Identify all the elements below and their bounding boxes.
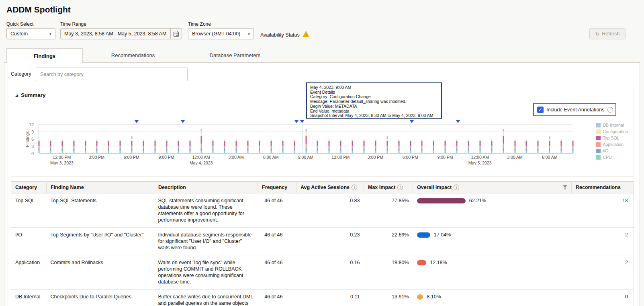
recommendations-count[interactable]: 2 [572, 228, 634, 255]
summary-title: Summary [21, 92, 46, 98]
recommendations-count: 0 [572, 290, 634, 306]
max-impact: 77.85% [364, 193, 413, 228]
chart-bar [50, 139, 51, 153]
chart-bar-segment [479, 151, 480, 153]
filter-icon[interactable] [563, 185, 567, 190]
include-event-annotations-checkbox[interactable]: ✓ [537, 107, 544, 113]
info-icon[interactable]: i [352, 185, 357, 190]
chart-bar [526, 139, 527, 153]
chart-bar-segment [386, 141, 388, 146]
time-range-input[interactable]: May 3, 2023, 8:58 AM - May 5, 2023, 8:58… [60, 28, 182, 39]
x-date-label: May 3, 2023 [50, 160, 74, 165]
tooltip-line-4: Begin Value: METADATA [310, 104, 438, 109]
chart-bar [282, 139, 283, 153]
chart-bar-segment [386, 151, 388, 153]
chart-bar [73, 139, 74, 153]
max-impact: 22.69% [364, 228, 413, 255]
chevron-down-icon: ▾ [245, 32, 250, 36]
chart-bar-segment [317, 151, 318, 153]
event-annotation-marker[interactable] [456, 120, 460, 123]
legend-item-application: Application [596, 142, 628, 147]
chart-bar [363, 139, 364, 153]
overall-impact-bar [417, 294, 423, 300]
y-tick-label: 12 [29, 122, 34, 127]
chart-bar-segment [538, 151, 539, 153]
column-header-category: Category [11, 182, 47, 193]
x-tick-label: 9:00 PM [158, 155, 174, 160]
column-header-max-impact: Max Impacti [364, 182, 413, 193]
finding-name: Checkpoints Due to Parallel Queries [47, 290, 154, 306]
chart-bar-segment [421, 141, 423, 146]
chart-bar [386, 136, 388, 153]
chart-bar-segment [294, 151, 295, 153]
chart-bar [503, 129, 504, 153]
findings-table-body: Top SQLTop SQL StatementsSQL statements … [11, 193, 634, 306]
legend-swatch [596, 142, 601, 147]
chart-bar-segment [468, 141, 469, 146]
y-axis-ticks: 036912 [26, 125, 36, 154]
table-row: I/OTop Segments by "User I/O" and "Clust… [11, 228, 634, 255]
finding-description: Individual database segments responsible… [154, 228, 258, 255]
chart-bar [398, 139, 399, 153]
x-tick-label: 3:00 AM [228, 155, 244, 160]
chart-bar-segment [352, 151, 353, 153]
availability-status: Availability Status ! [260, 31, 309, 39]
x-date-label: May 4, 2023 [190, 160, 213, 165]
event-annotation-marker[interactable] [181, 120, 185, 123]
collapse-triangle-icon[interactable]: ◢ [15, 93, 18, 97]
tooltip-line-0: May 4, 2023, 9:00 AM [310, 85, 438, 90]
time-zone-dropdown[interactable]: Browser (GMT-04:00) ▾ [188, 28, 254, 39]
overall-impact-cell: 12.18% [413, 255, 572, 290]
chart-bar-segment [166, 141, 167, 146]
event-annotation-marker[interactable] [300, 120, 304, 123]
chart-bar [213, 139, 214, 153]
recommendations-count[interactable]: 2 [572, 255, 634, 290]
chart-bar-segment [259, 141, 260, 146]
chart-bar-segment [236, 151, 237, 153]
chart-bar [143, 139, 144, 153]
findings-table-header-row: CategoryFinding NameDescriptionFrequency… [11, 182, 634, 193]
avg-active-sessions: 0.11 [296, 290, 364, 306]
chart-bar [61, 139, 63, 153]
event-annotation-marker[interactable] [135, 120, 139, 123]
chart-bar-segment [503, 144, 504, 148]
chart-bar-segment [39, 151, 40, 153]
column-label: Overall Impact [417, 185, 452, 190]
event-annotation-marker[interactable] [294, 120, 298, 123]
chart-bar-segment [503, 136, 504, 144]
info-icon[interactable]: i [607, 107, 613, 113]
category-search-input[interactable] [36, 68, 188, 81]
quick-select-dropdown[interactable]: Custom ▾ [6, 28, 55, 39]
finding-frequency: 46 of 46 [258, 290, 296, 306]
refresh-button[interactable]: ↻ Refresh [589, 28, 626, 39]
info-icon[interactable]: i [454, 185, 459, 190]
chart-bar-segment [572, 141, 574, 146]
x-tick-label: 3:00 PM [368, 155, 383, 160]
summary-chart-plot[interactable] [39, 125, 573, 154]
chevron-down-icon: ▾ [46, 32, 51, 36]
legend-swatch [596, 155, 601, 160]
legend-item-cpu: CPU [596, 155, 628, 160]
chart-bar-segment [514, 141, 515, 146]
legend-item-configuration: Configuration [596, 129, 628, 134]
finding-category: I/O [11, 228, 47, 255]
chart-bar-segment [561, 151, 562, 153]
tab-findings[interactable]: Findings [6, 48, 83, 63]
recommendations-count[interactable]: 18 [572, 193, 634, 228]
chart-bar-segment [61, 151, 63, 153]
event-annotation-marker[interactable] [410, 120, 414, 123]
chart-bar-segment [270, 141, 272, 146]
legend-label: Application [603, 142, 624, 147]
overall-impact-bar [417, 232, 430, 238]
quick-select-value: Custom [10, 31, 28, 37]
warning-icon[interactable]: ! [303, 31, 309, 39]
chart-bar-segment [131, 151, 133, 153]
page-title: ADDM Spotlight [6, 5, 71, 14]
table-row: ApplicationCommits and RollbacksWaits on… [11, 255, 634, 290]
info-icon[interactable]: i [397, 185, 403, 190]
calendar-icon[interactable] [170, 29, 182, 39]
overall-impact-cell: 8.10% [413, 290, 572, 306]
tab-recommendations[interactable]: Recommendations [83, 48, 183, 62]
x-tick-label: 6:00 AM [542, 155, 558, 160]
tab-database-parameters[interactable]: Database Parameters [183, 48, 287, 62]
